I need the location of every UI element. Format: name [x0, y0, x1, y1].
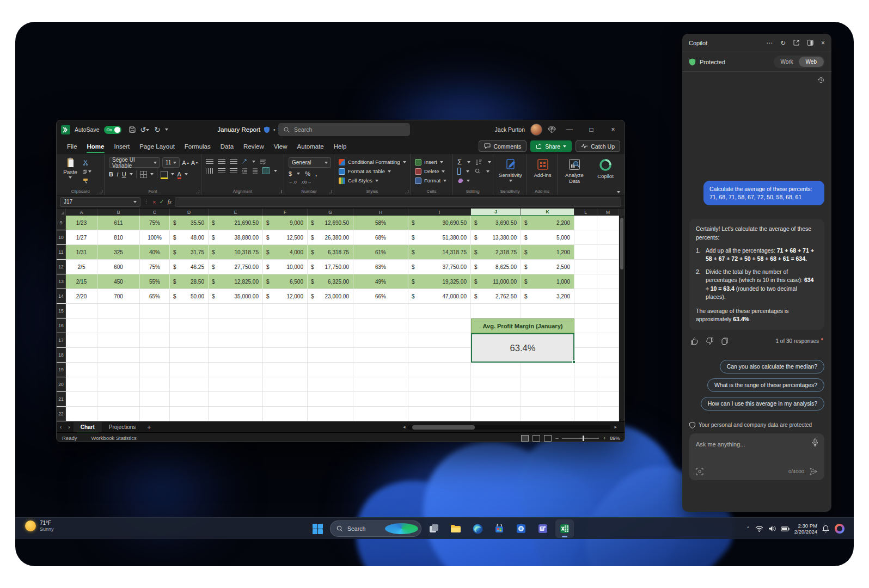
analyze-data-button[interactable]: Analyze Data — [562, 157, 587, 184]
cell[interactable] — [97, 318, 140, 333]
fill-color-icon[interactable] — [161, 171, 168, 178]
align-left-icon[interactable] — [206, 168, 213, 174]
notification-bell-icon[interactable] — [822, 525, 829, 532]
catch-up-button[interactable]: Catch Up — [576, 140, 620, 152]
task-view-button[interactable] — [425, 519, 443, 538]
split-view-icon[interactable] — [807, 40, 813, 46]
toggle-web[interactable]: Web — [799, 57, 824, 67]
cell[interactable]: $10,000 — [263, 260, 308, 274]
row-header-11[interactable]: 11 — [57, 245, 66, 259]
refresh-icon[interactable]: ↻ — [780, 39, 786, 47]
align-middle-icon[interactable] — [218, 159, 225, 164]
cell[interactable] — [66, 333, 97, 347]
cell[interactable]: $9,000 — [263, 216, 308, 230]
cell[interactable] — [597, 407, 619, 421]
cell[interactable] — [597, 392, 619, 406]
zoom-out-icon[interactable]: – — [555, 435, 558, 441]
format-as-table-button[interactable]: Format as Table — [339, 167, 407, 176]
cell[interactable]: $28.50 — [170, 274, 209, 289]
cell[interactable] — [574, 333, 597, 347]
font-name-select[interactable]: Segoe UI Variable — [109, 157, 160, 168]
summary-value-cell[interactable]: 63.4% — [471, 333, 574, 363]
cell[interactable]: $27,750.00 — [209, 260, 263, 274]
cell[interactable] — [574, 304, 597, 318]
cell[interactable]: $14,318.75 — [408, 245, 471, 259]
cell[interactable] — [521, 377, 574, 391]
cell[interactable] — [66, 304, 97, 318]
save-icon[interactable] — [129, 126, 136, 133]
cell[interactable]: $1,000 — [521, 274, 574, 289]
cell[interactable]: $12,500 — [263, 230, 308, 244]
suggestion-pill[interactable]: How can I use this average in my analysi… — [701, 397, 824, 411]
cell[interactable] — [66, 392, 97, 406]
cell[interactable] — [263, 348, 308, 362]
normal-view-icon[interactable] — [521, 435, 529, 442]
cell[interactable]: $19,325.00 — [408, 274, 471, 289]
font-size-select[interactable]: 11 — [162, 157, 180, 168]
summary-header-cell[interactable]: Avg. Profit Margin (January) — [471, 318, 574, 333]
cut-icon[interactable] — [83, 159, 91, 166]
cell[interactable] — [263, 318, 308, 333]
minimize-button[interactable]: — — [561, 120, 578, 139]
cell[interactable] — [521, 304, 574, 318]
cell[interactable]: $3,200 — [521, 289, 574, 303]
cell[interactable] — [170, 392, 209, 406]
row-header-22[interactable]: 22 — [57, 407, 66, 421]
cell[interactable] — [97, 304, 140, 318]
vertical-scrollbar-thumb[interactable] — [620, 218, 623, 270]
cell[interactable] — [97, 377, 140, 391]
avatar[interactable] — [530, 124, 542, 136]
column-header-H[interactable]: H — [353, 209, 408, 216]
cell[interactable] — [353, 304, 408, 318]
chat-input[interactable]: Ask me anything... 0/4000 — [689, 433, 824, 480]
cell[interactable] — [308, 363, 353, 377]
cell[interactable] — [574, 216, 597, 230]
cell[interactable]: 66% — [353, 289, 408, 303]
cell[interactable]: $35,000.00 — [209, 289, 263, 303]
cell[interactable]: 100% — [140, 230, 170, 244]
cell[interactable] — [353, 377, 408, 391]
page-layout-view-icon[interactable] — [533, 435, 540, 442]
cell[interactable] — [66, 407, 97, 421]
excel-taskbar-button[interactable] — [555, 519, 574, 538]
cell[interactable] — [408, 392, 471, 406]
toggle-work[interactable]: Work — [775, 59, 798, 65]
cell[interactable] — [574, 392, 597, 406]
select-all-corner[interactable] — [57, 209, 66, 216]
cancel-entry-icon[interactable]: × — [152, 199, 156, 205]
confirm-entry-icon[interactable]: ✓ — [159, 198, 164, 205]
maximize-button[interactable]: □ — [583, 120, 599, 139]
cell[interactable] — [597, 377, 619, 391]
cell[interactable]: $35.50 — [170, 216, 209, 230]
cell[interactable] — [353, 363, 408, 377]
cell[interactable]: $13,380.00 — [471, 230, 521, 244]
cell[interactable] — [597, 216, 619, 230]
collapse-ribbon-icon[interactable] — [617, 191, 620, 193]
increase-decimal-icon[interactable]: ←.0 — [289, 180, 297, 185]
font-color-icon[interactable]: A — [178, 171, 181, 177]
menu-tab-page-layout[interactable]: Page Layout — [134, 140, 180, 153]
sort-filter-icon[interactable] — [476, 159, 482, 166]
workbook-statistics[interactable]: Workbook Statistics — [91, 435, 136, 441]
cell[interactable] — [209, 407, 263, 421]
addins-button[interactable]: Add-ins — [531, 157, 554, 178]
tray-expand-icon[interactable]: ⌃ — [746, 526, 750, 531]
row-header-17[interactable]: 17 — [57, 333, 66, 347]
cell[interactable]: $48.00 — [170, 230, 209, 244]
cell[interactable] — [574, 377, 597, 391]
row-header-10[interactable]: 10 — [57, 230, 66, 244]
decrease-decimal-icon[interactable]: .00→ — [301, 180, 311, 185]
copy-icon[interactable] — [83, 168, 91, 175]
underline-dropdown[interactable] — [130, 173, 133, 175]
column-header-K[interactable]: K — [521, 209, 574, 216]
clock-widget[interactable]: 2:30 PM 2/20/2024 — [794, 523, 817, 535]
cell[interactable]: 61% — [353, 245, 408, 259]
screenshot-icon[interactable] — [696, 468, 703, 475]
zoom-level[interactable]: 89% — [610, 435, 620, 441]
cell[interactable] — [97, 392, 140, 406]
undo-icon[interactable]: ↺ — [140, 126, 150, 133]
cell[interactable] — [408, 304, 471, 318]
cell[interactable]: 2/5 — [66, 260, 97, 274]
cell[interactable]: $30,690.50 — [408, 216, 471, 230]
menu-tab-view[interactable]: View — [269, 140, 292, 153]
